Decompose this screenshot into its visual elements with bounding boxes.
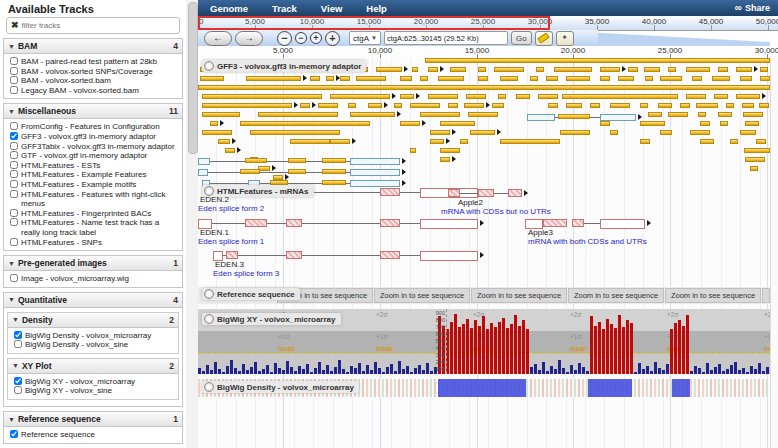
track-menu-icon[interactable] bbox=[204, 186, 214, 196]
highlight-menu-button[interactable]: ✦ bbox=[556, 31, 574, 46]
mrna-segment[interactable] bbox=[572, 219, 584, 227]
genome-view-panel[interactable]: GFF3 - volvox.gff3 in-memory adaptorEDEN… bbox=[198, 58, 770, 448]
share-button[interactable]: ∞ Share bbox=[735, 3, 778, 13]
gff3-feature[interactable] bbox=[420, 76, 428, 81]
gff3-feature[interactable] bbox=[760, 67, 768, 72]
gff3-feature[interactable] bbox=[318, 103, 338, 108]
gff3-feature[interactable] bbox=[478, 67, 486, 72]
track-item[interactable]: BAM - volvox-sorted SNPs/Coverage bbox=[10, 67, 180, 77]
gff3-feature[interactable] bbox=[494, 67, 524, 72]
section-header[interactable]: ▼Reference sequence1 bbox=[4, 412, 182, 427]
gff3-feature[interactable] bbox=[348, 103, 356, 108]
gff3-feature[interactable] bbox=[500, 139, 560, 144]
gff3-feature[interactable] bbox=[714, 94, 728, 99]
gff3-feature[interactable] bbox=[600, 67, 620, 72]
gff3-feature[interactable] bbox=[756, 139, 766, 144]
track-item[interactable]: Reference sequence bbox=[10, 430, 180, 440]
gff3-feature[interactable] bbox=[468, 112, 498, 117]
track-checkbox[interactable] bbox=[10, 170, 18, 178]
gff3-feature[interactable] bbox=[645, 76, 653, 81]
gff3-feature[interactable] bbox=[430, 130, 450, 135]
highlighter-button[interactable] bbox=[535, 31, 553, 46]
gff3-feature[interactable] bbox=[290, 139, 330, 144]
zoom-in-button[interactable]: + bbox=[310, 32, 322, 44]
gff3-feature[interactable] bbox=[566, 76, 590, 81]
gff3-feature[interactable] bbox=[440, 157, 450, 162]
collapse-triangle-icon[interactable]: ▼ bbox=[8, 296, 15, 303]
section-header[interactable]: ▼Quantitative4 bbox=[4, 293, 182, 308]
mrna-segment[interactable] bbox=[245, 219, 267, 227]
gene-model-segment[interactable] bbox=[600, 114, 636, 121]
gff3-feature[interactable] bbox=[258, 112, 338, 117]
gff3-feature[interactable] bbox=[554, 67, 592, 72]
track-item[interactable]: Image - volvox_microarray.wig bbox=[10, 274, 180, 284]
gff3-feature[interactable] bbox=[492, 103, 504, 108]
section-header[interactable]: ▼Density2 bbox=[8, 313, 178, 328]
clear-filter-icon[interactable]: ✖ bbox=[11, 21, 19, 30]
gff3-feature[interactable] bbox=[466, 94, 486, 99]
gff3-feature[interactable] bbox=[225, 148, 235, 153]
gff3-feature[interactable] bbox=[698, 112, 706, 117]
gene-model-segment[interactable] bbox=[350, 158, 400, 165]
gene-model-segment[interactable] bbox=[198, 158, 210, 165]
mrna-segment[interactable] bbox=[420, 219, 478, 229]
menu-view[interactable]: View bbox=[309, 3, 354, 14]
gff3-feature[interactable] bbox=[202, 130, 232, 135]
track-checkbox[interactable] bbox=[10, 57, 18, 65]
track-item[interactable]: BigWig Density - volvox_microarray bbox=[14, 331, 176, 341]
section-header[interactable]: ▼XY Plot2 bbox=[8, 359, 178, 374]
collapse-triangle-icon[interactable]: ▼ bbox=[8, 260, 15, 267]
gff3-feature[interactable] bbox=[668, 67, 676, 72]
gff3-feature[interactable] bbox=[536, 67, 544, 72]
gene-model-segment[interactable] bbox=[322, 180, 346, 185]
gff3-feature[interactable] bbox=[202, 94, 322, 99]
track-label[interactable]: BigWig Density - volvox_microarray bbox=[202, 381, 359, 393]
section-header[interactable]: ▼Miscellaneous11 bbox=[4, 104, 182, 119]
track-label[interactable]: HTMLFeatures - mRNAs bbox=[202, 185, 314, 197]
mrna-segment[interactable] bbox=[420, 251, 478, 261]
gff3-feature[interactable] bbox=[530, 76, 538, 81]
gff3-feature[interactable] bbox=[394, 103, 402, 108]
filter-tracks-box[interactable]: ✖ bbox=[6, 17, 180, 34]
gene-model-segment[interactable] bbox=[322, 158, 346, 163]
gff3-feature[interactable] bbox=[240, 121, 370, 126]
gff3-feature[interactable] bbox=[478, 76, 488, 81]
gff3-feature[interactable] bbox=[740, 76, 752, 81]
gff3-feature[interactable] bbox=[516, 94, 530, 99]
track-item[interactable]: FromConfig - Features in Configuration bbox=[10, 122, 180, 132]
mrna-segment[interactable] bbox=[448, 189, 460, 197]
gff3-feature[interactable] bbox=[428, 94, 458, 99]
track-checkbox[interactable] bbox=[10, 76, 18, 84]
gff3-feature[interactable] bbox=[718, 67, 728, 72]
collapse-triangle-icon[interactable]: ▼ bbox=[12, 362, 19, 369]
gff3-feature[interactable] bbox=[640, 139, 650, 144]
gff3-feature[interactable] bbox=[736, 94, 760, 99]
gff3-feature[interactable] bbox=[440, 121, 475, 126]
gene-model-segment[interactable] bbox=[288, 169, 306, 174]
track-menu-icon[interactable] bbox=[204, 382, 214, 392]
track-item[interactable]: HTMLFeatures - Name test track has a rea… bbox=[10, 218, 180, 237]
mrna-segment[interactable] bbox=[286, 251, 302, 259]
zoom-out-big-button[interactable]: − bbox=[277, 31, 292, 46]
gff3-feature[interactable] bbox=[498, 94, 506, 99]
track-item[interactable]: HTMLFeatures - Example Features bbox=[10, 170, 180, 180]
track-checkbox[interactable] bbox=[14, 331, 22, 339]
gff3-feature[interactable] bbox=[745, 121, 759, 126]
gff3-feature[interactable] bbox=[590, 103, 600, 108]
gff3-feature[interactable] bbox=[428, 67, 438, 72]
gff3-feature[interactable] bbox=[500, 76, 518, 81]
track-checkbox[interactable] bbox=[10, 132, 18, 140]
gff3-feature[interactable] bbox=[730, 139, 738, 144]
vertical-scroll-gutter[interactable] bbox=[770, 58, 778, 448]
collapse-triangle-icon[interactable]: ▼ bbox=[12, 316, 19, 323]
gff3-feature[interactable] bbox=[690, 130, 710, 135]
gff3-feature[interactable] bbox=[200, 76, 224, 81]
track-item[interactable]: GFF3 - volvox.gff3 in-memory adaptor bbox=[10, 132, 180, 142]
gff3-feature[interactable] bbox=[250, 130, 340, 135]
collapse-triangle-icon[interactable]: ▼ bbox=[8, 108, 15, 115]
collapse-triangle-icon[interactable]: ▼ bbox=[8, 43, 15, 50]
gff3-feature[interactable] bbox=[628, 67, 638, 72]
track-item[interactable]: HTMLFeatures - SNPs bbox=[10, 238, 180, 248]
gff3-feature[interactable] bbox=[464, 103, 484, 108]
track-checkbox[interactable] bbox=[10, 86, 18, 94]
